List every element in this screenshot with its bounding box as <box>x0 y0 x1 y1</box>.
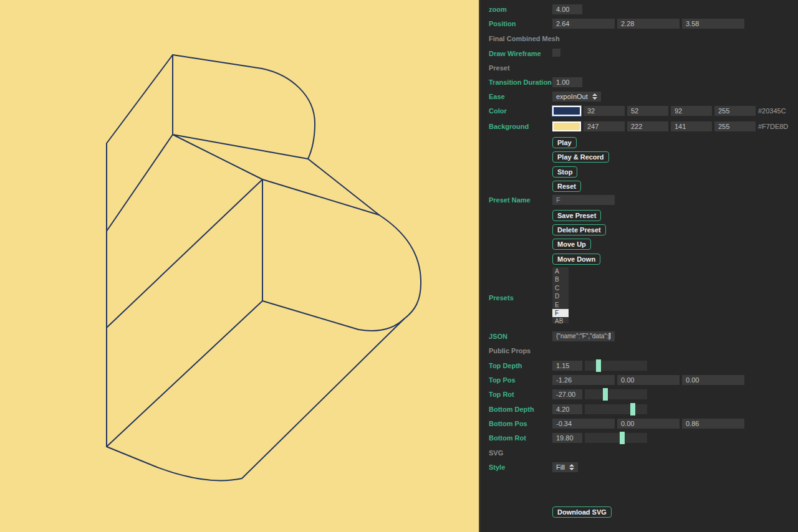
bottom-rot-input[interactable]: 19.80 <box>552 433 582 443</box>
top-pos-y-input[interactable]: 0.00 <box>617 375 680 385</box>
draw-wireframe-label: Draw Wireframe <box>489 50 541 57</box>
color-r-input[interactable]: 32 <box>584 106 625 116</box>
style-select-value: Fill <box>556 462 565 472</box>
color-g-input[interactable]: 52 <box>627 106 668 116</box>
section-final-combined-mesh: Final Combined Mesh <box>480 34 798 45</box>
preset-item[interactable]: D <box>552 292 569 300</box>
svg-header: SVG <box>489 449 503 457</box>
preset-name-label: Preset Name <box>489 196 531 204</box>
bottom-pos-y-input[interactable]: 0.00 <box>617 419 680 429</box>
row-play: Play <box>480 137 798 148</box>
final-combined-mesh-header: Final Combined Mesh <box>489 35 560 42</box>
top-pos-x-input[interactable]: -1.26 <box>552 375 615 385</box>
zoom-input[interactable]: 4.00 <box>552 4 582 14</box>
top-pos-z-input[interactable]: 0.00 <box>682 375 744 385</box>
bottom-depth-label: Bottom Depth <box>489 406 534 413</box>
presets-label: Presets <box>489 294 514 302</box>
row-download-svg: Download SVG <box>480 506 798 518</box>
row-bottom-depth: Bottom Depth 4.20 <box>480 404 798 416</box>
row-top-rot: Top Rot -27.00 <box>480 389 798 401</box>
shape-outline <box>107 55 421 480</box>
play-button[interactable]: Play <box>552 137 577 148</box>
bottom-depth-input[interactable]: 4.20 <box>552 404 582 414</box>
top-rot-slider[interactable] <box>585 389 647 399</box>
json-input[interactable]: {"name":"F","data":[ <box>552 331 615 341</box>
row-json: JSON {"name":"F","data":[ <box>480 331 798 343</box>
style-label: Style <box>489 463 505 471</box>
bottom-rot-label: Bottom Rot <box>489 434 526 442</box>
color-b-input[interactable]: 92 <box>671 106 712 116</box>
transition-duration-label: Transition Duration <box>489 78 552 86</box>
row-presets: Presets <box>480 293 798 304</box>
play-record-button[interactable]: Play & Record <box>552 151 609 163</box>
delete-preset-button[interactable]: Delete Preset <box>552 224 606 235</box>
section-svg: SVG <box>480 448 798 459</box>
position-z-input[interactable]: 3.58 <box>682 19 744 29</box>
select-arrows-icon <box>569 464 574 470</box>
row-bottom-rot: Bottom Rot 19.80 <box>480 433 798 444</box>
ease-select[interactable]: expoInOut <box>552 92 601 102</box>
row-delete-preset: Delete Preset <box>480 224 798 235</box>
public-props-header: Public Props <box>489 347 531 354</box>
letter-b-wireframe <box>0 0 479 532</box>
position-x-input[interactable]: 2.64 <box>552 19 615 29</box>
viewport-canvas[interactable] <box>0 0 479 532</box>
preset-item[interactable]: F <box>552 309 569 317</box>
bottom-rot-slider[interactable] <box>585 433 647 443</box>
preset-item[interactable]: C <box>552 284 569 292</box>
ease-label: Ease <box>489 93 505 100</box>
save-preset-button[interactable]: Save Preset <box>552 210 601 221</box>
reset-button[interactable]: Reset <box>552 181 581 192</box>
top-rot-slider-thumb[interactable] <box>603 388 608 401</box>
bottom-rot-slider-thumb[interactable] <box>620 432 625 444</box>
color-label: Color <box>489 107 507 115</box>
preset-item[interactable]: B <box>552 275 569 283</box>
bottom-depth-slider-thumb[interactable] <box>630 403 635 416</box>
top-depth-input[interactable]: 1.15 <box>552 361 582 371</box>
background-swatch[interactable] <box>552 121 581 131</box>
style-select[interactable]: Fill <box>552 462 578 472</box>
json-input-value: {"name":"F","data":[ <box>556 333 610 340</box>
preset-item[interactable]: AB <box>552 317 569 323</box>
background-a-input[interactable]: 255 <box>714 121 756 131</box>
row-draw-wireframe: Draw Wireframe <box>480 49 798 60</box>
position-label: Position <box>489 20 516 27</box>
top-pos-label: Top Pos <box>489 376 516 384</box>
transition-duration-input[interactable]: 1.00 <box>552 77 582 87</box>
row-stop: Stop <box>480 166 798 178</box>
row-color: Color 32 52 92 255 #20345C <box>480 106 798 117</box>
background-label: Background <box>489 123 529 130</box>
row-position: Position 2.64 2.28 3.58 <box>480 19 798 30</box>
background-hex-value: #F7DE8D <box>758 121 788 131</box>
top-depth-slider[interactable] <box>585 361 647 371</box>
background-g-input[interactable]: 222 <box>627 121 668 131</box>
stop-button[interactable]: Stop <box>552 166 577 178</box>
position-y-input[interactable]: 2.28 <box>617 19 680 29</box>
top-depth-slider-thumb[interactable] <box>596 359 601 372</box>
preset-name-input[interactable]: F <box>552 195 615 205</box>
download-svg-button[interactable]: Download SVG <box>552 506 612 518</box>
move-up-button[interactable]: Move Up <box>552 239 591 250</box>
bottom-pos-label: Bottom Pos <box>489 420 527 427</box>
top-depth-label: Top Depth <box>489 362 522 369</box>
background-b-input[interactable]: 141 <box>671 121 712 131</box>
preset-item[interactable]: A <box>552 267 569 275</box>
bottom-depth-slider[interactable] <box>585 404 647 414</box>
preset-item[interactable]: E <box>552 301 569 309</box>
top-rot-label: Top Rot <box>489 391 514 398</box>
row-move-down: Move Down <box>480 254 798 265</box>
presets-list[interactable]: ABCDEFAB <box>552 267 569 323</box>
ease-select-value: expoInOut <box>556 92 588 102</box>
bottom-pos-z-input[interactable]: 0.86 <box>682 419 744 429</box>
top-rot-input[interactable]: -27.00 <box>552 389 582 399</box>
color-hex-value: #20345C <box>758 106 786 116</box>
background-r-input[interactable]: 247 <box>584 121 625 131</box>
row-top-depth: Top Depth 1.15 <box>480 361 798 372</box>
bottom-pos-x-input[interactable]: -0.34 <box>552 419 615 429</box>
row-reset: Reset <box>480 181 798 192</box>
color-swatch[interactable] <box>552 106 581 116</box>
row-transition-duration: Transition Duration 1.00 <box>480 77 798 88</box>
color-a-input[interactable]: 255 <box>714 106 756 116</box>
move-down-button[interactable]: Move Down <box>552 254 600 265</box>
draw-wireframe-checkbox[interactable] <box>552 49 560 57</box>
